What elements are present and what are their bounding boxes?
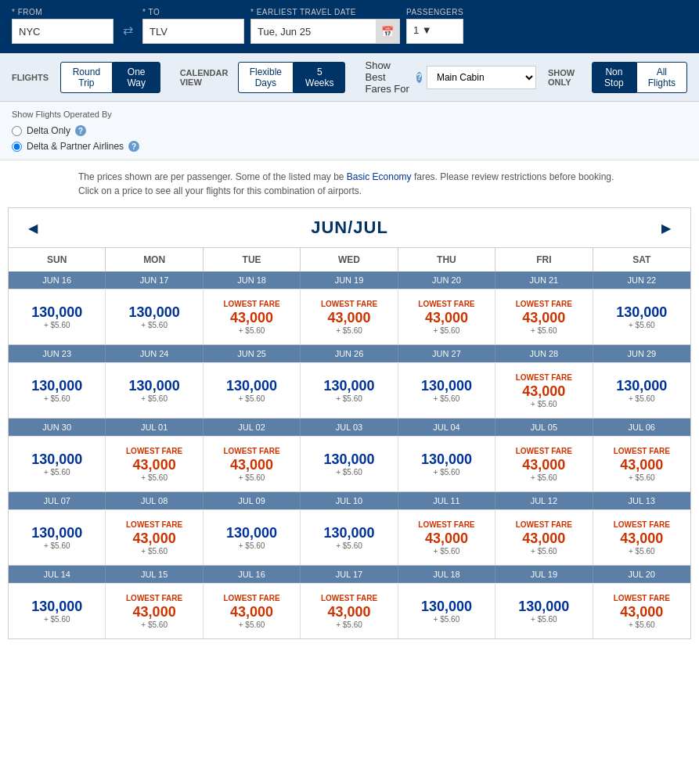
passengers-select[interactable]: 1 ▼ <box>406 19 463 44</box>
fare-tax-0-1: + $5.60 <box>141 321 168 329</box>
fare-tax-4-2: + $5.60 <box>239 620 265 629</box>
fare-label-1-5: LOWEST FARE <box>516 373 572 382</box>
fare-amount-3-4: 43,000 <box>425 530 468 547</box>
non-stop-button[interactable]: Non Stop <box>592 62 636 93</box>
fare-cell-3-3[interactable]: 130,000+ $5.60 <box>301 510 398 565</box>
fare-cell-1-0[interactable]: 130,000+ $5.60 <box>9 363 106 418</box>
date-cell-3-0: JUL 07 <box>9 492 106 509</box>
date-cell-2-2: JUL 02 <box>204 419 301 436</box>
fare-amount-2-2: 43,000 <box>230 457 273 473</box>
show-best-section: Show Best Fares For ? Main Cabin <box>365 59 535 95</box>
prev-month-button[interactable]: ◀ <box>20 217 45 239</box>
fare-cell-0-4[interactable]: LOWEST FARE43,000+ $5.60 <box>398 290 495 344</box>
fare-tax-3-5: + $5.60 <box>531 547 557 556</box>
swap-button[interactable]: ⇄ <box>120 17 136 42</box>
fare-label-4-6: LOWEST FARE <box>614 594 670 602</box>
delta-partner-info-icon[interactable]: ? <box>128 141 139 152</box>
flexible-days-button[interactable]: Flexible Days <box>238 62 294 93</box>
fare-cell-1-5[interactable]: LOWEST FARE43,000+ $5.60 <box>495 363 593 418</box>
calendar-view-toggle: Flexible Days 5 Weeks <box>238 62 346 93</box>
all-flights-button[interactable]: All Flights <box>636 62 687 93</box>
fare-cell-3-1[interactable]: LOWEST FARE43,000+ $5.60 <box>106 510 203 565</box>
delta-partner-option[interactable]: Delta & Partner Airlines ? <box>12 141 687 152</box>
fare-tax-1-2: + $5.60 <box>239 394 265 403</box>
fare-cell-0-6[interactable]: 130,000+ $5.60 <box>593 290 690 344</box>
from-input[interactable] <box>12 19 113 44</box>
show-best-info-icon[interactable]: ? <box>416 72 422 83</box>
week-block-4: JUL 14JUL 15JUL 16JUL 17JUL 18JUL 19JUL … <box>9 566 690 638</box>
fare-cell-2-0[interactable]: 130,000+ $5.60 <box>9 437 106 491</box>
fare-cell-0-2[interactable]: LOWEST FARE43,000+ $5.60 <box>204 290 301 344</box>
delta-partner-radio[interactable] <box>12 142 22 152</box>
search-bar: * FROM ⇄ * TO * EARLIEST TRAVEL DATE 📅 P… <box>0 0 699 53</box>
fare-tax-1-1: + $5.60 <box>141 394 168 403</box>
fare-cell-3-2[interactable]: 130,000+ $5.60 <box>204 510 301 565</box>
date-cell-4-5: JUL 19 <box>495 566 593 583</box>
fare-cell-1-4[interactable]: 130,000+ $5.60 <box>398 363 495 418</box>
fare-cell-2-5[interactable]: LOWEST FARE43,000+ $5.60 <box>495 437 593 491</box>
fare-cell-1-3[interactable]: 130,000+ $5.60 <box>301 363 398 418</box>
delta-only-info-icon[interactable]: ? <box>75 125 86 136</box>
fare-cell-1-2[interactable]: 130,000+ $5.60 <box>204 363 301 418</box>
fare-cell-4-0[interactable]: 130,000+ $5.60 <box>9 584 106 638</box>
fare-cell-4-1[interactable]: LOWEST FARE43,000+ $5.60 <box>106 584 203 638</box>
week-fare-row-4: 130,000+ $5.60LOWEST FARE43,000+ $5.60LO… <box>9 583 690 638</box>
date-cell-2-6: JUL 06 <box>593 419 690 436</box>
fare-cell-4-3[interactable]: LOWEST FARE43,000+ $5.60 <box>301 584 398 638</box>
day-fri: FRI <box>495 248 593 272</box>
delta-only-option[interactable]: Delta Only ? <box>12 125 687 136</box>
fare-amount-2-1: 43,000 <box>133 457 176 473</box>
flights-label: FLIGHTS <box>12 73 49 82</box>
show-only-label: SHOW ONLY <box>548 68 587 87</box>
one-way-button[interactable]: One Way <box>113 62 160 93</box>
fare-tax-4-4: + $5.60 <box>434 615 460 624</box>
date-cell-2-5: JUL 05 <box>495 419 593 436</box>
date-cell-4-1: JUL 15 <box>106 566 203 583</box>
fare-cell-3-6[interactable]: LOWEST FARE43,000+ $5.60 <box>593 510 690 565</box>
fare-cell-2-2[interactable]: LOWEST FARE43,000+ $5.60 <box>204 437 301 491</box>
fare-amount-3-2: 130,000 <box>226 525 277 541</box>
fare-amount-0-0: 130,000 <box>31 304 82 321</box>
fare-cell-4-5[interactable]: 130,000+ $5.60 <box>495 584 593 638</box>
week-block-3: JUL 07JUL 08JUL 09JUL 10JUL 11JUL 12JUL … <box>9 492 690 566</box>
date-label: * EARLIEST TRAVEL DATE <box>250 8 400 16</box>
fare-tax-2-6: + $5.60 <box>629 473 655 482</box>
week-date-row-3: JUL 07JUL 08JUL 09JUL 10JUL 11JUL 12JUL … <box>9 492 690 509</box>
day-wed: WED <box>301 248 398 272</box>
fare-cell-2-6[interactable]: LOWEST FARE43,000+ $5.60 <box>593 437 690 491</box>
fare-cell-0-5[interactable]: LOWEST FARE43,000+ $5.60 <box>495 290 593 344</box>
delta-only-radio[interactable] <box>12 126 22 136</box>
date-cell-0-2: JUN 18 <box>204 272 301 289</box>
round-trip-button[interactable]: Round Trip <box>60 62 113 93</box>
fare-select[interactable]: Main Cabin <box>427 66 536 89</box>
fare-cell-4-2[interactable]: LOWEST FARE43,000+ $5.60 <box>204 584 301 638</box>
fare-amount-1-1: 130,000 <box>129 378 180 394</box>
fare-amount-2-4: 130,000 <box>421 451 472 468</box>
fare-cell-4-4[interactable]: 130,000+ $5.60 <box>398 584 495 638</box>
fare-cell-4-6[interactable]: LOWEST FARE43,000+ $5.60 <box>593 584 690 638</box>
fare-tax-4-3: + $5.60 <box>336 620 362 629</box>
fare-cell-3-0[interactable]: 130,000+ $5.60 <box>9 510 106 565</box>
week-date-row-1: JUN 23JUN 24JUN 25JUN 26JUN 27JUN 28JUN … <box>9 345 690 362</box>
fare-cell-0-1[interactable]: 130,000+ $5.60 <box>106 290 203 344</box>
fare-cell-2-4[interactable]: 130,000+ $5.60 <box>398 437 495 491</box>
fare-cell-2-3[interactable]: 130,000+ $5.60 <box>301 437 398 491</box>
date-cell-0-1: JUN 17 <box>106 272 203 289</box>
fare-cell-3-5[interactable]: LOWEST FARE43,000+ $5.60 <box>495 510 593 565</box>
calendar-icon[interactable]: 📅 <box>376 19 400 44</box>
basic-economy-link[interactable]: Basic Economy <box>347 171 412 182</box>
week-block-0: JUN 16JUN 17JUN 18JUN 19JUN 20JUN 21JUN … <box>9 272 690 345</box>
to-input[interactable] <box>142 19 244 44</box>
fare-label-3-1: LOWEST FARE <box>126 520 182 529</box>
fare-cell-1-1[interactable]: 130,000+ $5.60 <box>106 363 203 418</box>
fare-cell-0-0[interactable]: 130,000+ $5.60 <box>9 290 106 344</box>
fare-cell-1-6[interactable]: 130,000+ $5.60 <box>593 363 690 418</box>
next-month-button[interactable]: ▶ <box>654 217 679 239</box>
five-weeks-button[interactable]: 5 Weeks <box>294 62 345 93</box>
fare-cell-0-3[interactable]: LOWEST FARE43,000+ $5.60 <box>301 290 398 344</box>
fare-cell-2-1[interactable]: LOWEST FARE43,000+ $5.60 <box>106 437 203 491</box>
from-label: * FROM <box>12 8 113 16</box>
fare-cell-3-4[interactable]: LOWEST FARE43,000+ $5.60 <box>398 510 495 565</box>
date-input[interactable] <box>250 19 376 44</box>
fare-tax-3-1: + $5.60 <box>141 547 168 556</box>
